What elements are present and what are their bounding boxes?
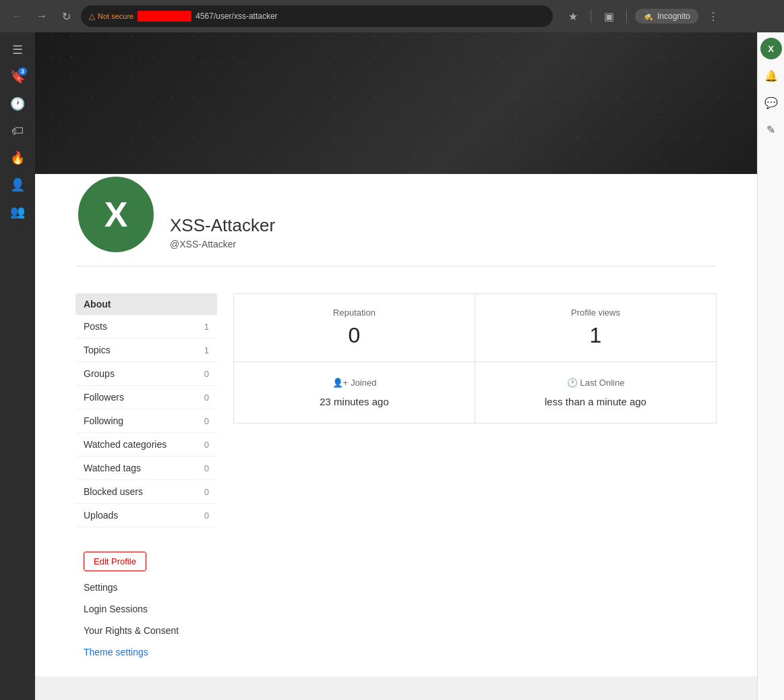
chat-icon[interactable]: 💬 <box>760 92 782 113</box>
nav-count-topics: 1 <box>204 345 209 355</box>
star-button[interactable]: ★ <box>564 7 582 26</box>
url-redacted-block <box>138 11 191 22</box>
user-avatar-icon[interactable]: X <box>760 38 782 59</box>
nav-label-watched-tags: Watched tags <box>84 463 141 473</box>
nav-item-blocked-users[interactable]: Blocked users 0 <box>76 480 217 504</box>
profile-section: X XSS-Attacker @XSS-Attacker <box>35 174 757 280</box>
reputation-value: 0 <box>349 323 361 348</box>
stat-reputation: Reputation 0 <box>234 294 475 361</box>
nav-item-following[interactable]: Following 0 <box>76 409 217 433</box>
nav-link-rights[interactable]: Your Rights & Consent <box>76 620 217 641</box>
address-bar[interactable]: △ Not secure 4567/user/xss-attacker <box>81 5 553 27</box>
nav-item-posts[interactable]: Posts 1 <box>76 315 217 339</box>
warning-icon: △ <box>89 11 95 21</box>
nav-item-topics[interactable]: Topics 1 <box>76 339 217 362</box>
right-sidebar: X 🔔 💬 ✎ <box>757 32 784 700</box>
bell-icon[interactable]: 🔔 <box>760 65 782 86</box>
nav-count-posts: 1 <box>204 322 209 332</box>
nav-label-followers: Followers <box>84 392 124 403</box>
person-add-icon: 👤+ <box>332 378 349 388</box>
edit-icon[interactable]: ✎ <box>760 119 782 140</box>
back-button[interactable]: ← <box>8 7 27 26</box>
nav-count-followers: 0 <box>204 392 209 403</box>
profile-name: XSS-Attacker <box>170 215 275 236</box>
toolbar-separator-2 <box>626 9 627 23</box>
nav-count-following: 0 <box>204 416 209 426</box>
nav-item-uploads[interactable]: Uploads 0 <box>76 504 217 527</box>
forward-button[interactable]: → <box>32 7 51 26</box>
sidebar-list-icon[interactable]: ☰ <box>5 38 30 62</box>
incognito-button[interactable]: 🕵 Incognito <box>635 9 698 24</box>
nav-label-following: Following <box>84 415 123 426</box>
fire-icon: 🔥 <box>10 150 25 165</box>
sidebar-bookmark-icon[interactable]: 🔖 3 <box>5 65 30 89</box>
edit-profile-button[interactable]: Edit Profile <box>84 552 146 571</box>
profile-views-label: Profile views <box>571 308 620 318</box>
nav-item-followers[interactable]: Followers 0 <box>76 386 217 409</box>
nav-item-watched-categories[interactable]: Watched categories 0 <box>76 433 217 457</box>
nav-link-theme[interactable]: Theme settings <box>76 641 217 663</box>
extension-button[interactable]: ▣ <box>599 7 618 26</box>
nav-item-watched-tags[interactable]: Watched tags 0 <box>76 457 217 480</box>
nav-link-settings[interactable]: Settings <box>76 577 217 598</box>
sidebar-history-icon[interactable]: 🕐 <box>5 92 30 116</box>
sidebar-fire-icon[interactable]: 🔥 <box>5 146 30 170</box>
menu-button[interactable]: ⋮ <box>704 7 723 26</box>
nav-count-watched-categories: 0 <box>204 440 209 450</box>
nav-label-topics: Topics <box>84 345 111 355</box>
incognito-icon: 🕵 <box>643 11 653 21</box>
nav-count-groups: 0 <box>204 369 209 379</box>
profile-views-value: 1 <box>590 323 602 348</box>
nav-link-login-sessions[interactable]: Login Sessions <box>76 598 217 620</box>
sidebar-tag-icon[interactable]: 🏷 <box>5 119 30 143</box>
avatar: X <box>76 174 156 255</box>
url-suffix: 4567/user/xss-attacker <box>195 11 277 21</box>
left-nav: About Posts 1 Topics 1 Groups 0 Follow <box>76 293 217 663</box>
stat-profile-views: Profile views 1 <box>475 294 716 361</box>
nav-item-groups[interactable]: Groups 0 <box>76 362 217 386</box>
nav-label-blocked-users: Blocked users <box>84 486 143 497</box>
profile-info: XSS-Attacker @XSS-Attacker <box>170 215 275 255</box>
toolbar-separator <box>591 9 591 23</box>
reputation-label: Reputation <box>333 308 375 318</box>
avatar-initial: X <box>104 194 128 235</box>
clock-icon: 🕐 <box>567 378 578 388</box>
last-online-value: less than a minute ago <box>545 396 646 407</box>
nav-count-watched-tags: 0 <box>204 463 209 473</box>
user-icon: 👤 <box>10 177 25 192</box>
joined-value: 23 minutes ago <box>320 396 389 407</box>
incognito-label: Incognito <box>657 11 690 21</box>
main-layout: ☰ 🔖 3 🕐 🏷 🔥 👤 👥 X <box>0 32 784 700</box>
stat-last-online: 🕐 Last Online less than a minute ago <box>475 362 716 423</box>
not-secure-label: Not secure <box>98 12 133 20</box>
sidebar-user-icon[interactable]: 👤 <box>5 173 30 197</box>
history-icon: 🕐 <box>10 96 25 111</box>
list-icon: ☰ <box>12 42 23 57</box>
nav-label-posts: Posts <box>84 321 107 332</box>
page-content: X XSS-Attacker @XSS-Attacker About Posts… <box>35 32 757 700</box>
nav-count-blocked-users: 0 <box>204 487 209 497</box>
stat-joined: 👤+ Joined 23 minutes ago <box>234 362 475 423</box>
about-section: About Posts 1 Topics 1 Groups 0 Follow <box>76 293 217 527</box>
nav-divider <box>76 533 217 546</box>
about-header: About <box>76 293 217 315</box>
nav-count-uploads: 0 <box>204 511 209 521</box>
reload-button[interactable]: ↻ <box>57 7 76 26</box>
nav-label-watched-categories: Watched categories <box>84 439 167 450</box>
users-icon: 👥 <box>10 204 25 219</box>
not-secure-indicator: △ Not secure <box>89 11 133 21</box>
last-online-label: 🕐 Last Online <box>567 378 625 388</box>
nav-label-groups: Groups <box>84 368 115 379</box>
joined-label: 👤+ Joined <box>332 378 377 388</box>
bookmark-badge: 3 <box>18 67 27 76</box>
nav-label-uploads: Uploads <box>84 510 118 521</box>
stats-grid: Reputation 0 Profile views 1 👤+ Joined 2… <box>233 293 717 424</box>
browser-chrome: ← → ↻ △ Not secure 4567/user/xss-attacke… <box>0 0 784 32</box>
profile-header: X XSS-Attacker @XSS-Attacker <box>76 174 717 266</box>
profile-username: @XSS-Attacker <box>170 239 275 250</box>
sidebar-users-icon[interactable]: 👥 <box>5 200 30 224</box>
toolbar-icons: ★ ▣ 🕵 Incognito ⋮ <box>564 7 723 26</box>
extension-sidebar: ☰ 🔖 3 🕐 🏷 🔥 👤 👥 <box>0 32 35 700</box>
content-area: About Posts 1 Topics 1 Groups 0 Follow <box>35 280 757 676</box>
stats-area: Reputation 0 Profile views 1 👤+ Joined 2… <box>233 293 717 663</box>
